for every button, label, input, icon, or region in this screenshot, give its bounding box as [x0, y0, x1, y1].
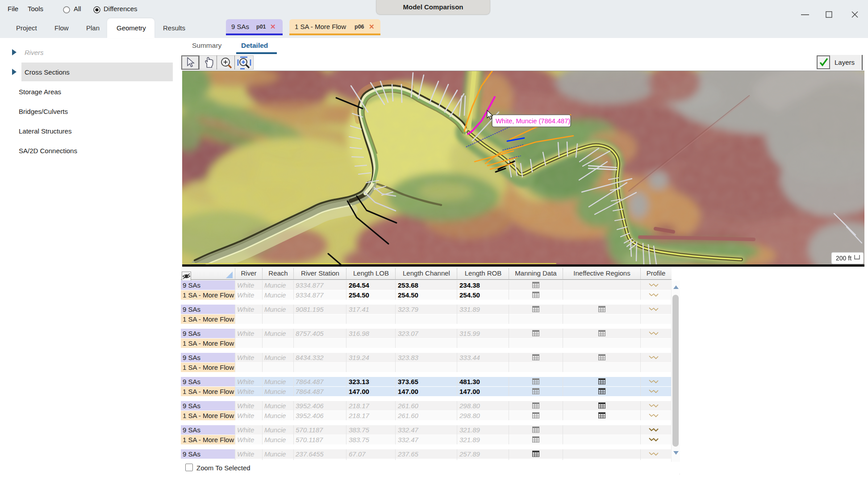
svg-text:White, Muncie (7864.487): White, Muncie (7864.487)	[496, 117, 570, 125]
svg-text:200 ft: 200 ft	[836, 255, 851, 262]
